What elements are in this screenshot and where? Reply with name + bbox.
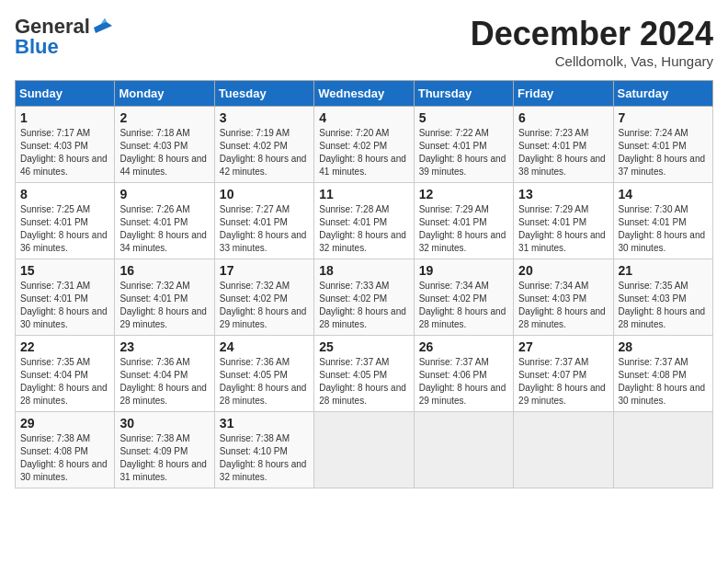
col-header-friday: Friday xyxy=(514,81,613,107)
day-info: Sunrise: 7:26 AMSunset: 4:01 PMDaylight:… xyxy=(119,203,209,255)
logo-blue: Blue xyxy=(15,35,59,59)
day-info: Sunrise: 7:30 AMSunset: 4:01 PMDaylight:… xyxy=(619,203,708,255)
calendar-cell xyxy=(514,412,613,488)
day-number: 5 xyxy=(419,110,508,125)
day-info: Sunrise: 7:37 AMSunset: 4:07 PMDaylight:… xyxy=(518,356,608,408)
day-number: 4 xyxy=(319,110,408,125)
svg-marker-0 xyxy=(94,18,112,33)
day-info: Sunrise: 7:35 AMSunset: 4:03 PMDaylight:… xyxy=(619,280,708,331)
day-info: Sunrise: 7:33 AMSunset: 4:02 PMDaylight:… xyxy=(319,280,408,331)
day-info: Sunrise: 7:38 AMSunset: 4:10 PMDaylight:… xyxy=(220,432,309,484)
col-header-sunday: Sunday xyxy=(16,81,115,107)
day-number: 17 xyxy=(220,263,309,278)
calendar-cell: 13Sunrise: 7:29 AMSunset: 4:01 PMDayligh… xyxy=(514,183,613,259)
day-number: 6 xyxy=(518,110,608,125)
day-number: 21 xyxy=(619,263,708,278)
calendar-cell: 23Sunrise: 7:36 AMSunset: 4:04 PMDayligh… xyxy=(115,336,214,412)
day-info: Sunrise: 7:28 AMSunset: 4:01 PMDaylight:… xyxy=(319,203,408,255)
day-number: 29 xyxy=(20,416,109,431)
day-number: 10 xyxy=(220,187,309,201)
day-info: Sunrise: 7:19 AMSunset: 4:02 PMDaylight:… xyxy=(220,127,309,178)
calendar-cell: 17Sunrise: 7:32 AMSunset: 4:02 PMDayligh… xyxy=(214,259,313,336)
day-number: 13 xyxy=(518,187,608,201)
day-number: 19 xyxy=(419,263,508,278)
day-number: 24 xyxy=(220,339,309,354)
calendar-week-5: 29Sunrise: 7:38 AMSunset: 4:08 PMDayligh… xyxy=(16,412,713,488)
day-info: Sunrise: 7:37 AMSunset: 4:08 PMDaylight:… xyxy=(619,356,708,408)
day-number: 8 xyxy=(20,187,109,201)
col-header-thursday: Thursday xyxy=(414,81,513,107)
calendar-cell: 12Sunrise: 7:29 AMSunset: 4:01 PMDayligh… xyxy=(414,183,513,259)
day-number: 11 xyxy=(319,187,408,201)
day-info: Sunrise: 7:18 AMSunset: 4:03 PMDaylight:… xyxy=(119,127,209,178)
calendar-cell: 25Sunrise: 7:37 AMSunset: 4:05 PMDayligh… xyxy=(314,336,414,412)
calendar-cell: 4Sunrise: 7:20 AMSunset: 4:02 PMDaylight… xyxy=(314,107,414,183)
calendar-cell: 22Sunrise: 7:35 AMSunset: 4:04 PMDayligh… xyxy=(16,336,115,412)
col-header-tuesday: Tuesday xyxy=(214,81,313,107)
day-number: 23 xyxy=(119,339,209,354)
day-info: Sunrise: 7:24 AMSunset: 4:01 PMDaylight:… xyxy=(619,127,708,178)
calendar-cell: 14Sunrise: 7:30 AMSunset: 4:01 PMDayligh… xyxy=(613,183,712,259)
calendar-cell: 8Sunrise: 7:25 AMSunset: 4:01 PMDaylight… xyxy=(16,183,115,259)
calendar-cell: 5Sunrise: 7:22 AMSunset: 4:01 PMDaylight… xyxy=(414,107,513,183)
calendar-week-2: 8Sunrise: 7:25 AMSunset: 4:01 PMDaylight… xyxy=(16,183,713,259)
day-number: 1 xyxy=(20,110,109,125)
day-number: 15 xyxy=(20,263,109,278)
day-number: 30 xyxy=(119,416,209,431)
calendar-cell: 29Sunrise: 7:38 AMSunset: 4:08 PMDayligh… xyxy=(16,412,115,488)
calendar-cell xyxy=(314,412,414,488)
day-number: 20 xyxy=(518,263,608,278)
calendar-week-4: 22Sunrise: 7:35 AMSunset: 4:04 PMDayligh… xyxy=(16,336,713,412)
day-info: Sunrise: 7:38 AMSunset: 4:08 PMDaylight:… xyxy=(20,432,109,484)
calendar-cell: 3Sunrise: 7:19 AMSunset: 4:02 PMDaylight… xyxy=(214,107,313,183)
calendar-cell: 6Sunrise: 7:23 AMSunset: 4:01 PMDaylight… xyxy=(514,107,613,183)
day-info: Sunrise: 7:32 AMSunset: 4:01 PMDaylight:… xyxy=(119,280,209,331)
calendar-cell: 27Sunrise: 7:37 AMSunset: 4:07 PMDayligh… xyxy=(514,336,613,412)
day-info: Sunrise: 7:20 AMSunset: 4:02 PMDaylight:… xyxy=(319,127,408,178)
day-number: 18 xyxy=(319,263,408,278)
calendar-cell: 2Sunrise: 7:18 AMSunset: 4:03 PMDaylight… xyxy=(115,107,214,183)
calendar-cell: 21Sunrise: 7:35 AMSunset: 4:03 PMDayligh… xyxy=(613,259,712,336)
day-info: Sunrise: 7:17 AMSunset: 4:03 PMDaylight:… xyxy=(20,127,109,178)
day-number: 28 xyxy=(619,339,708,354)
calendar-cell: 19Sunrise: 7:34 AMSunset: 4:02 PMDayligh… xyxy=(414,259,513,336)
day-info: Sunrise: 7:34 AMSunset: 4:02 PMDaylight:… xyxy=(419,280,508,331)
page-header: General Blue December 2024 Celldomolk, V… xyxy=(15,15,713,69)
calendar-cell: 18Sunrise: 7:33 AMSunset: 4:02 PMDayligh… xyxy=(314,259,414,336)
logo-bird-icon xyxy=(92,17,112,37)
calendar-cell: 24Sunrise: 7:36 AMSunset: 4:05 PMDayligh… xyxy=(214,336,313,412)
calendar-cell xyxy=(414,412,513,488)
calendar-cell: 31Sunrise: 7:38 AMSunset: 4:10 PMDayligh… xyxy=(214,412,313,488)
calendar-cell xyxy=(613,412,712,488)
logo: General Blue xyxy=(15,15,112,59)
day-number: 12 xyxy=(419,187,508,201)
calendar-cell: 16Sunrise: 7:32 AMSunset: 4:01 PMDayligh… xyxy=(115,259,214,336)
calendar-cell: 15Sunrise: 7:31 AMSunset: 4:01 PMDayligh… xyxy=(16,259,115,336)
calendar-cell: 26Sunrise: 7:37 AMSunset: 4:06 PMDayligh… xyxy=(414,336,513,412)
col-header-saturday: Saturday xyxy=(613,81,712,107)
calendar-week-3: 15Sunrise: 7:31 AMSunset: 4:01 PMDayligh… xyxy=(16,259,713,336)
calendar-cell: 9Sunrise: 7:26 AMSunset: 4:01 PMDaylight… xyxy=(115,183,214,259)
calendar-table: SundayMondayTuesdayWednesdayThursdayFrid… xyxy=(15,80,713,488)
day-info: Sunrise: 7:34 AMSunset: 4:03 PMDaylight:… xyxy=(518,280,608,331)
day-info: Sunrise: 7:37 AMSunset: 4:06 PMDaylight:… xyxy=(419,356,508,408)
day-info: Sunrise: 7:31 AMSunset: 4:01 PMDaylight:… xyxy=(20,280,109,331)
month-title: December 2024 xyxy=(471,15,713,53)
day-number: 14 xyxy=(619,187,708,201)
calendar-week-1: 1Sunrise: 7:17 AMSunset: 4:03 PMDaylight… xyxy=(16,107,713,183)
col-header-monday: Monday xyxy=(115,81,214,107)
calendar-cell: 1Sunrise: 7:17 AMSunset: 4:03 PMDaylight… xyxy=(16,107,115,183)
day-number: 2 xyxy=(119,110,209,125)
calendar-cell: 10Sunrise: 7:27 AMSunset: 4:01 PMDayligh… xyxy=(214,183,313,259)
day-info: Sunrise: 7:32 AMSunset: 4:02 PMDaylight:… xyxy=(220,280,309,331)
calendar-cell: 7Sunrise: 7:24 AMSunset: 4:01 PMDaylight… xyxy=(613,107,712,183)
day-info: Sunrise: 7:36 AMSunset: 4:04 PMDaylight:… xyxy=(119,356,209,408)
day-number: 31 xyxy=(220,416,309,431)
day-info: Sunrise: 7:29 AMSunset: 4:01 PMDaylight:… xyxy=(518,203,608,255)
day-number: 9 xyxy=(119,187,209,201)
calendar-cell: 20Sunrise: 7:34 AMSunset: 4:03 PMDayligh… xyxy=(514,259,613,336)
day-info: Sunrise: 7:23 AMSunset: 4:01 PMDaylight:… xyxy=(518,127,608,178)
day-info: Sunrise: 7:22 AMSunset: 4:01 PMDaylight:… xyxy=(419,127,508,178)
location-title: Celldomolk, Vas, Hungary xyxy=(471,53,713,69)
title-area: December 2024 Celldomolk, Vas, Hungary xyxy=(471,15,713,69)
